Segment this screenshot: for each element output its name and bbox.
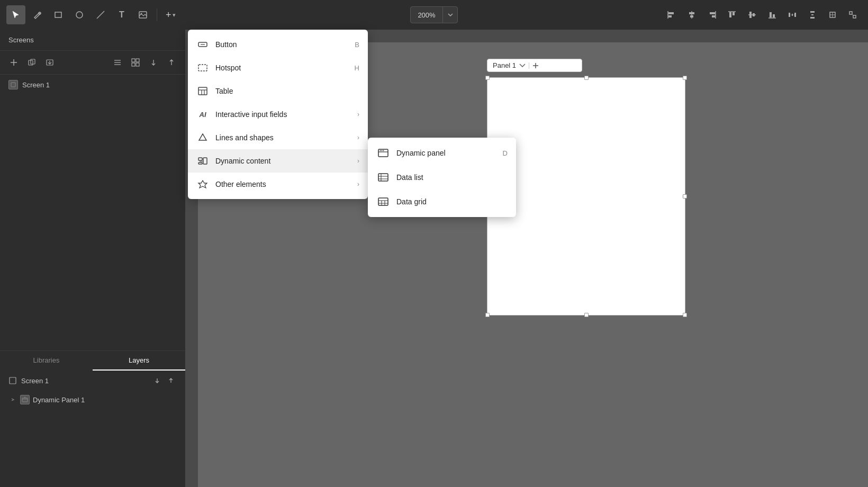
layers-move-down[interactable] — [151, 375, 163, 386]
image-tool[interactable] — [133, 5, 152, 24]
align-left-edges-button[interactable] — [663, 6, 681, 24]
submenu-dynamic-panel[interactable]: Dynamic panel D — [368, 141, 516, 165]
layers-move-up[interactable] — [165, 375, 177, 386]
menu-item-dynamic-content[interactable]: Dynamic content › — [188, 149, 368, 173]
align-top-button[interactable] — [723, 6, 741, 24]
svg-point-54 — [24, 397, 25, 398]
svg-rect-47 — [136, 59, 139, 62]
align-right-edges-button[interactable] — [703, 6, 721, 24]
grid-view-button[interactable] — [128, 55, 143, 70]
svg-rect-29 — [811, 14, 813, 15]
submenu-dynamic-panel-label: Dynamic panel — [396, 149, 496, 157]
layers-tab[interactable]: Layers — [93, 351, 185, 371]
svg-line-36 — [852, 14, 853, 15]
resize-handle-br[interactable] — [683, 313, 687, 317]
circle-tool[interactable] — [70, 5, 89, 24]
dynamic-icon — [196, 155, 209, 167]
panel-header-bar: Panel 1 — [487, 59, 582, 72]
layers-tabs: Libraries Layers — [0, 350, 185, 371]
screens-toolbar — [0, 51, 185, 75]
line-tool[interactable] — [91, 5, 110, 24]
screen-item-1[interactable]: Screen 1 — [0, 75, 185, 95]
menu-item-hotspot-label: Hotspot — [215, 64, 348, 72]
data-grid-icon — [376, 195, 390, 209]
align-middle-button[interactable] — [743, 6, 761, 24]
align-bottom-button[interactable] — [763, 6, 781, 24]
svg-rect-74 — [378, 174, 388, 181]
fit-tool[interactable] — [844, 6, 862, 24]
menu-item-dynamic-label: Dynamic content — [215, 157, 351, 165]
layer-expand-icon[interactable] — [8, 395, 17, 404]
svg-point-2 — [76, 12, 83, 18]
svg-point-73 — [383, 150, 384, 151]
text-tool[interactable]: T — [112, 5, 131, 24]
sort-down-button[interactable] — [146, 55, 161, 70]
import-screen-button[interactable] — [42, 55, 57, 70]
rectangle-tool[interactable] — [49, 5, 68, 24]
dynamic-submenu-arrow: › — [357, 157, 359, 165]
menu-item-lines-shapes[interactable]: Lines and shapes › — [188, 126, 368, 149]
distribute-h-button[interactable] — [783, 6, 801, 24]
svg-rect-60 — [198, 87, 207, 95]
menu-item-hotspot-shortcut: H — [355, 64, 359, 72]
layer-item-dynamic-panel-1[interactable]: Dynamic Panel 1 — [0, 391, 185, 409]
screen-icon-layers — [8, 376, 17, 385]
layers-screen-name: Screen 1 — [21, 377, 49, 385]
resize-handle-tl[interactable] — [485, 76, 490, 80]
menu-item-table[interactable]: Table — [188, 79, 368, 103]
interactive-submenu-arrow: › — [357, 111, 359, 118]
menu-item-lines-shapes-label: Lines and shapes — [215, 133, 351, 142]
zoom-dropdown-button[interactable] — [442, 7, 457, 23]
layers-actions — [151, 375, 177, 386]
svg-rect-78 — [378, 198, 388, 205]
duplicate-screen-button[interactable] — [24, 55, 39, 70]
submenu-data-grid[interactable]: Data grid — [368, 190, 516, 214]
distribute-v-button[interactable] — [803, 6, 821, 24]
pen-tool[interactable] — [28, 5, 47, 24]
hotspot-icon — [196, 61, 209, 74]
shapes-submenu-arrow: › — [357, 134, 359, 141]
sort-up-button[interactable] — [164, 55, 179, 70]
screens-panel-header: Screens — [0, 30, 185, 51]
submenu-dynamic-panel-shortcut: D — [503, 149, 508, 157]
menu-item-interactive-inputs[interactable]: AI Interactive input fields › — [188, 103, 368, 126]
svg-rect-48 — [132, 63, 135, 66]
layer-item-label: Dynamic Panel 1 — [33, 396, 85, 404]
svg-rect-46 — [132, 59, 135, 62]
resize-handle-mr[interactable] — [683, 194, 687, 199]
list-view-button[interactable] — [110, 55, 125, 70]
svg-point-5 — [141, 13, 142, 15]
menu-item-other-elements[interactable]: Other elements › — [188, 173, 368, 196]
panel-add-state-button[interactable] — [529, 62, 539, 69]
svg-point-71 — [380, 150, 381, 151]
svg-rect-30 — [810, 17, 815, 19]
svg-rect-13 — [712, 15, 715, 17]
submenu-data-list[interactable]: Data list — [368, 165, 516, 190]
add-element-button[interactable]: + ▾ — [161, 5, 180, 24]
table-icon — [196, 85, 209, 97]
crop-tool[interactable] — [824, 6, 842, 24]
resize-handle-tr[interactable] — [683, 76, 687, 80]
svg-rect-49 — [136, 63, 139, 66]
screen-item-icon — [8, 80, 18, 89]
submenu-data-grid-label: Data grid — [396, 197, 508, 206]
svg-rect-51 — [10, 377, 16, 384]
svg-rect-21 — [770, 12, 772, 17]
align-center-h-button[interactable] — [683, 6, 701, 24]
svg-rect-64 — [198, 158, 202, 160]
resize-handle-bm[interactable] — [584, 313, 589, 317]
add-screen-button[interactable] — [6, 55, 21, 70]
panel-dropdown-icon[interactable] — [519, 64, 526, 67]
zoom-control[interactable]: 200% — [410, 6, 458, 23]
select-tool[interactable] — [6, 5, 25, 24]
left-panel: Screens — [0, 30, 185, 487]
panel-canvas-widget[interactable] — [487, 77, 685, 315]
svg-rect-26 — [794, 13, 796, 17]
zoom-value: 200% — [411, 9, 442, 21]
menu-item-hotspot[interactable]: Hotspot H — [188, 56, 368, 79]
resize-handle-tm[interactable] — [584, 76, 589, 80]
resize-handle-bl[interactable] — [485, 313, 490, 317]
libraries-tab[interactable]: Libraries — [0, 351, 93, 371]
button-icon — [196, 38, 209, 51]
menu-item-button[interactable]: Button B — [188, 33, 368, 56]
